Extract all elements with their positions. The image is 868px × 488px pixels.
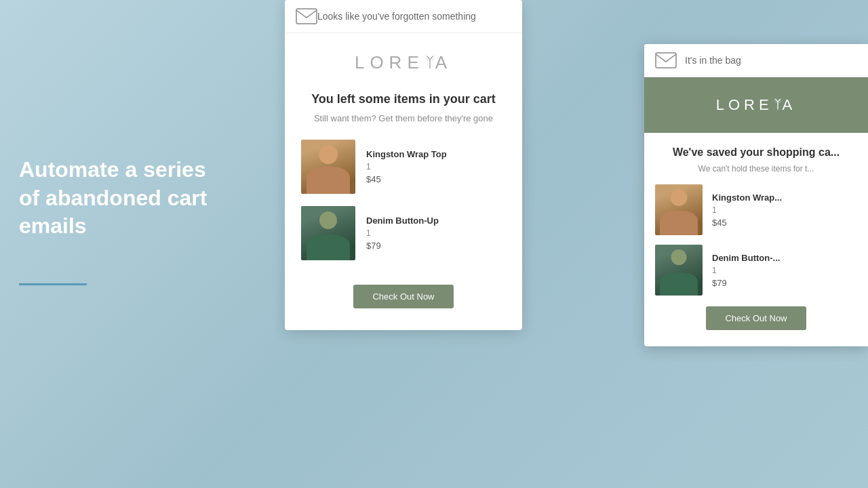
- product-item-4: Denim Button-... 1 $79: [644, 245, 868, 296]
- product-price-4: $79: [712, 278, 780, 288]
- envelope-icon-1: [296, 8, 317, 24]
- brand-logo-2: LORE A: [655, 96, 857, 114]
- email-subtitle-1: Still want them? Get them before they're…: [301, 113, 506, 123]
- email-body-2: LORE A We've saved your shopping ca... W…: [644, 77, 868, 346]
- product-price-1: $45: [366, 174, 447, 184]
- heading-underline: [19, 283, 87, 285]
- svg-rect-4: [296, 9, 317, 24]
- product-info-3: Kingston Wrap... 1 $45: [712, 192, 782, 228]
- product-name-3: Kingston Wrap...: [712, 192, 782, 203]
- email-body-1: LORE A You left some items in your cart …: [285, 33, 522, 330]
- product-info-1: Kingston Wrap Top 1 $45: [366, 149, 447, 184]
- product-item-2: Denim Button-Up 1 $79: [301, 206, 506, 260]
- product-image-3: [655, 184, 703, 235]
- product-image-1: [301, 140, 355, 194]
- product-name-4: Denim Button-...: [712, 253, 780, 263]
- main-heading: Automate a series of abandoned cart emai…: [19, 156, 222, 241]
- email-subject-1: Looks like you've forgotten something: [317, 11, 476, 22]
- product-qty-3: 1: [712, 205, 782, 215]
- product-qty-2: 1: [366, 228, 439, 238]
- email-header-1: Looks like you've forgotten something: [285, 0, 522, 33]
- product-name-1: Kingston Wrap Top: [366, 149, 447, 159]
- product-info-2: Denim Button-Up 1 $79: [366, 216, 439, 251]
- svg-rect-6: [656, 53, 676, 68]
- brand-logo-1: LORE A: [301, 52, 506, 73]
- email-header-2: It's in the bag: [644, 44, 868, 77]
- product-item-1: Kingston Wrap Top 1 $45: [301, 140, 506, 194]
- email-card-1: Looks like you've forgotten something LO…: [285, 0, 522, 330]
- green-brand-header: LORE A: [644, 77, 868, 133]
- product-qty-1: 1: [366, 162, 447, 171]
- email-card-2: It's in the bag LORE A We've saved your …: [644, 44, 868, 346]
- email-title-1: You left some items in your cart: [301, 92, 506, 106]
- product-qty-4: 1: [712, 266, 780, 275]
- email-title-2: We've saved your shopping ca...: [644, 146, 868, 159]
- product-price-2: $79: [366, 241, 439, 251]
- product-image-2: [301, 206, 355, 260]
- email-subject-2: It's in the bag: [685, 55, 741, 66]
- checkout-button-2[interactable]: Check Out Now: [706, 306, 806, 330]
- product-info-4: Denim Button-... 1 $79: [712, 253, 780, 288]
- product-item-3: Kingston Wrap... 1 $45: [644, 184, 868, 235]
- product-image-4: [655, 245, 703, 296]
- product-name-2: Denim Button-Up: [366, 216, 439, 226]
- checkout-button-1[interactable]: Check Out Now: [353, 285, 453, 308]
- envelope-icon-2: [655, 52, 677, 68]
- product-price-3: $45: [712, 218, 782, 228]
- email-subtitle-2: We can't hold these items for t...: [644, 164, 868, 174]
